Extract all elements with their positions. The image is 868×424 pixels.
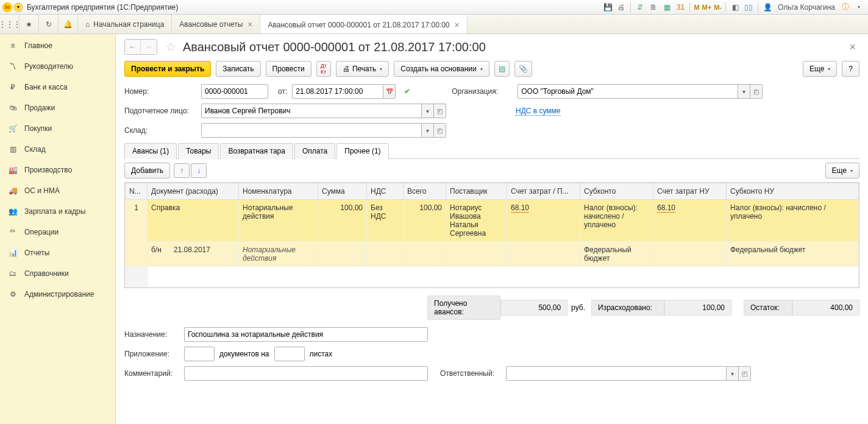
close-icon[interactable]: ×: [247, 21, 252, 28]
history-icon[interactable]: ↻: [39, 15, 59, 34]
notifications-icon[interactable]: 🔔: [59, 15, 78, 34]
user-icon: 👤: [762, 2, 773, 13]
calendar-icon[interactable]: 31: [675, 2, 686, 13]
app-title: Бухгалтерия предприятия (1С:Предприятие): [27, 3, 178, 12]
doc-icon[interactable]: 🗎: [648, 2, 659, 13]
info-dd-icon[interactable]: ▾: [853, 2, 864, 13]
tab-reports-label: Авансовые отчеты: [179, 20, 243, 29]
tab-report-doc[interactable]: Авансовый отчет 0000-000001 от 21.08.201…: [260, 15, 467, 34]
print-icon[interactable]: 🖨: [616, 2, 627, 13]
close-icon[interactable]: ×: [455, 21, 460, 29]
layout-icon[interactable]: ▯▯: [743, 2, 754, 13]
app-logo-icon: 1c: [2, 2, 12, 12]
home-icon: ⌂: [85, 20, 90, 29]
window-mode-icon[interactable]: ◧: [730, 2, 741, 13]
tab-start-label: Начальная страница: [93, 20, 164, 29]
favorites-icon[interactable]: ★: [20, 15, 39, 34]
calc-icon[interactable]: ▦: [661, 2, 672, 13]
apps-grid-icon[interactable]: ⋮⋮⋮: [0, 15, 20, 34]
tab-report-label: Авансовый отчет 0000-000001 от 21.08.201…: [268, 21, 449, 29]
app-menu-dropdown[interactable]: ▾: [13, 2, 23, 12]
info-icon[interactable]: ⓘ: [840, 2, 851, 13]
save-icon[interactable]: 💾: [602, 2, 613, 13]
tabbar: ⋮⋮⋮ ★ ↻ 🔔 ⌂ Начальная страница Авансовые…: [0, 15, 868, 34]
m-button[interactable]: M: [692, 4, 700, 11]
m-plus-button[interactable]: M+: [701, 4, 713, 11]
titlebar: 1c ▾ Бухгалтерия предприятия (1С:Предпри…: [0, 0, 868, 15]
username: Ольга Корчагина: [778, 3, 835, 12]
tab-start[interactable]: ⌂ Начальная страница: [78, 15, 172, 34]
tab-reports-list[interactable]: Авансовые отчеты ×: [172, 15, 260, 34]
m-minus-button[interactable]: M-: [713, 4, 723, 11]
compare-icon[interactable]: ⇵: [635, 2, 646, 13]
